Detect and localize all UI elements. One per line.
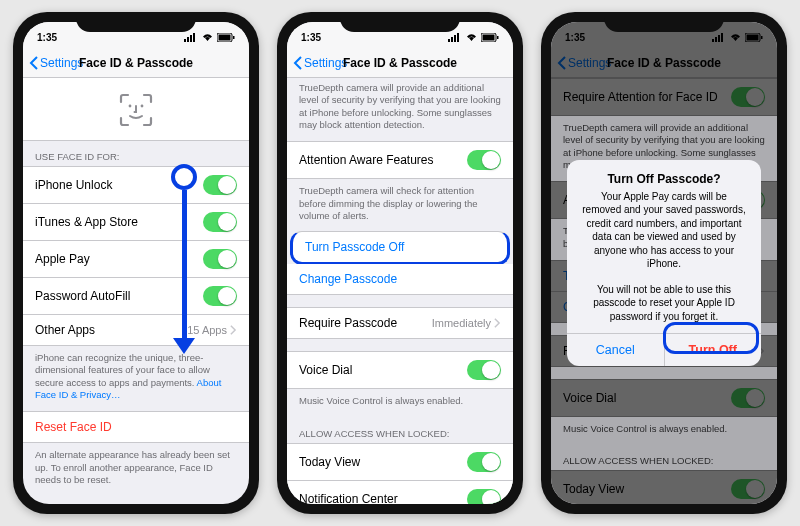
- battery-icon: [481, 33, 499, 42]
- toggle-on[interactable]: [467, 150, 501, 170]
- row-turn-passcode-off[interactable]: Turn Passcode Off: [290, 231, 510, 265]
- back-label: Settings: [40, 56, 83, 70]
- alert-message-1: Your Apple Pay cards will be removed and…: [567, 188, 761, 281]
- wifi-icon: [201, 33, 214, 42]
- row-require-passcode[interactable]: Require PasscodeImmediately: [287, 307, 513, 339]
- alert-dialog: Turn Off Passcode? Your Apple Pay cards …: [567, 160, 761, 367]
- chevron-right-icon: [493, 318, 501, 328]
- signal-icon: [184, 33, 198, 42]
- nav-bar: Settings Face ID & Passcode: [287, 48, 513, 78]
- toggle-on[interactable]: [203, 212, 237, 232]
- svg-rect-10: [451, 37, 453, 42]
- toggle-on[interactable]: [467, 452, 501, 472]
- svg-rect-9: [448, 39, 450, 42]
- row-voice-dial[interactable]: Voice Dial: [287, 351, 513, 389]
- alert-overlay: Turn Off Passcode? Your Apple Pay cards …: [551, 22, 777, 504]
- wifi-icon: [465, 33, 478, 42]
- back-button[interactable]: Settings: [293, 56, 347, 70]
- svg-rect-5: [219, 34, 231, 40]
- back-button[interactable]: Settings: [29, 56, 83, 70]
- toggle-on[interactable]: [203, 249, 237, 269]
- svg-rect-3: [193, 33, 195, 42]
- row-iphone-unlock[interactable]: iPhone Unlock: [23, 166, 249, 204]
- row-password-autofill[interactable]: Password AutoFill: [23, 278, 249, 315]
- svg-rect-1: [187, 37, 189, 42]
- nav-bar: Settings Face ID & Passcode: [23, 48, 249, 78]
- status-time: 1:35: [37, 32, 57, 43]
- reset-note: An alternate appearance has already been…: [23, 443, 249, 496]
- status-indicators: [448, 33, 499, 42]
- chevron-left-icon: [293, 56, 303, 70]
- phone-frame-1: 1:35 Settings Face ID & Passcode: [13, 12, 259, 514]
- notch: [340, 12, 460, 32]
- svg-point-7: [129, 105, 132, 108]
- svg-rect-11: [454, 35, 456, 42]
- svg-point-8: [141, 105, 144, 108]
- row-today-view[interactable]: Today View: [287, 443, 513, 481]
- svg-rect-12: [457, 33, 459, 42]
- status-indicators: [184, 33, 235, 42]
- phone-frame-3: 1:35 Settings Face ID & Passcode Require…: [541, 12, 787, 514]
- alert-turnoff-button[interactable]: Turn Off: [664, 334, 762, 366]
- row-other-apps[interactable]: Other Apps15 Apps: [23, 315, 249, 346]
- alert-title: Turn Off Passcode?: [567, 160, 761, 188]
- screen-3: 1:35 Settings Face ID & Passcode Require…: [551, 22, 777, 504]
- faceid-note: iPhone can recognize the unique, three-d…: [23, 346, 249, 411]
- toggle-on[interactable]: [467, 360, 501, 380]
- face-id-hero: [23, 78, 249, 141]
- row-notification-center[interactable]: Notification Center: [287, 481, 513, 504]
- row-change-passcode[interactable]: Change Passcode: [287, 264, 513, 295]
- chevron-right-icon: [229, 325, 237, 335]
- section-use-faceid: USE FACE ID FOR:: [23, 141, 249, 166]
- back-label: Settings: [304, 56, 347, 70]
- chevron-left-icon: [29, 56, 39, 70]
- toggle-on[interactable]: [467, 489, 501, 504]
- top-note: TrueDepth camera will provide an additio…: [287, 78, 513, 141]
- row-reset-faceid[interactable]: Reset Face ID: [23, 411, 249, 443]
- svg-rect-15: [497, 36, 499, 39]
- svg-rect-14: [483, 34, 495, 40]
- svg-rect-6: [233, 36, 235, 39]
- screen-2: 1:35 Settings Face ID & Passcode TrueDep…: [287, 22, 513, 504]
- phone-frame-2: 1:35 Settings Face ID & Passcode TrueDep…: [277, 12, 523, 514]
- row-itunes[interactable]: iTunes & App Store: [23, 204, 249, 241]
- toggle-on[interactable]: [203, 175, 237, 195]
- attn-aware-note: TrueDepth camera will check for attentio…: [287, 179, 513, 232]
- face-id-icon: [118, 92, 154, 128]
- notch: [76, 12, 196, 32]
- voice-note: Music Voice Control is always enabled.: [287, 389, 513, 417]
- svg-rect-2: [190, 35, 192, 42]
- screen-1: 1:35 Settings Face ID & Passcode: [23, 22, 249, 504]
- row-apple-pay[interactable]: Apple Pay: [23, 241, 249, 278]
- notch: [604, 12, 724, 32]
- status-time: 1:35: [301, 32, 321, 43]
- battery-icon: [217, 33, 235, 42]
- signal-icon: [448, 33, 462, 42]
- toggle-on[interactable]: [203, 286, 237, 306]
- section-allow-access: ALLOW ACCESS WHEN LOCKED:: [287, 418, 513, 443]
- section-attention: ATTENTION: [23, 496, 249, 504]
- alert-message-2: You will not be able to use this passcod…: [567, 281, 761, 334]
- alert-cancel-button[interactable]: Cancel: [567, 334, 664, 366]
- row-attention-aware[interactable]: Attention Aware Features: [287, 141, 513, 179]
- svg-rect-0: [184, 39, 186, 42]
